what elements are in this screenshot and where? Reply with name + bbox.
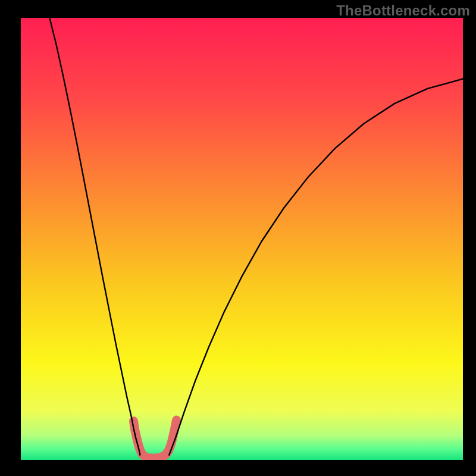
watermark-text: TheBottleneck.com	[336, 2, 470, 19]
frame: TheBottleneck.com	[0, 0, 476, 476]
bottleneck-chart	[21, 18, 463, 460]
gradient-bg	[21, 18, 463, 460]
